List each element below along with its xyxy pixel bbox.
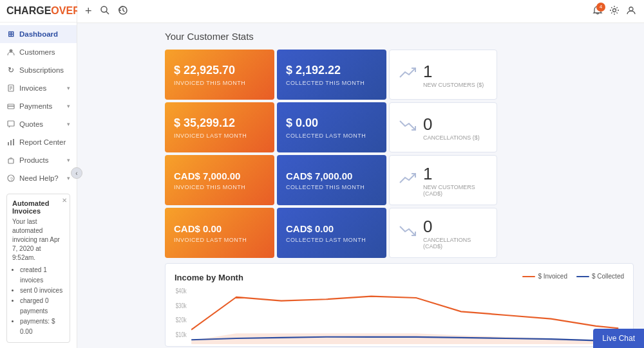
stats-row-4: CAD$ 0.00 INVOICED LAST MONTH CAD$ 0.00 … <box>165 208 386 258</box>
svg-rect-7 <box>8 121 14 126</box>
svg-text:$10k: $10k <box>176 331 187 338</box>
search-icon[interactable] <box>100 5 110 18</box>
trend-down-icon-1 <box>399 118 417 136</box>
invoiced-last-month-value: $ 35,299.12 <box>174 116 265 130</box>
logo-charge: CHARGE <box>6 5 51 16</box>
svg-line-15 <box>106 12 109 14</box>
cad-collected-last-month-label: COLLECTED LAST MONTH <box>286 237 377 243</box>
cad-collected-last-month-value: CAD$ 0.00 <box>286 223 377 234</box>
collected-this-month-label: COLLECTED THIS MONTH <box>286 80 377 86</box>
cad-collected-this-month-card: CAD$ 7,000.00 COLLECTED THIS MONTH <box>277 155 386 205</box>
svg-point-14 <box>101 6 107 12</box>
products-icon <box>6 156 15 165</box>
cad-invoiced-this-month-value: CAD$ 7,000.00 <box>174 170 265 181</box>
logo-over: OVER <box>51 5 80 16</box>
cancellations-cad-num: 0 <box>423 217 488 237</box>
add-button[interactable]: + <box>85 5 92 18</box>
cancellations-cad-box: 0 CANCELLATIONS (CAD$) <box>389 208 497 258</box>
cad-collected-this-month-label: COLLECTED THIS MONTH <box>286 184 377 190</box>
invoiced-this-month-value: $ 22,925.70 <box>174 64 265 77</box>
main-content: Your Customer Stats $ 22,925.70 INVOICED… <box>155 23 644 348</box>
cad-invoiced-last-month-label: INVOICED LAST MONTH <box>174 237 265 243</box>
new-customers-usd-box: 1 NEW CUSTOMERS ($) <box>389 50 497 100</box>
legend-collected-line <box>576 276 589 277</box>
legend-collected: $ Collected <box>576 273 624 280</box>
svg-rect-11 <box>8 159 14 163</box>
svg-point-17 <box>613 8 616 12</box>
cad-invoiced-this-month-card: CAD$ 7,000.00 INVOICED THIS MONTH <box>165 155 274 205</box>
sidebar-bottom: ✕ Automated Invoices Your last automated… <box>0 188 77 348</box>
sidebar-item-need-help[interactable]: ? Need Help? ▾ <box>0 169 77 187</box>
sidebar-item-payments[interactable]: Payments ▾ <box>0 97 77 115</box>
invoiced-last-month-label: INVOICED LAST MONTH <box>174 133 265 139</box>
cad-invoiced-this-month-label: INVOICED THIS MONTH <box>174 184 265 190</box>
quotes-caret: ▾ <box>67 121 70 127</box>
invoices-icon <box>6 84 15 93</box>
auto-invoices-item-1: created 1 invoices <box>20 265 64 286</box>
collapse-sidebar-handle[interactable]: ‹ <box>71 167 82 179</box>
svg-rect-8 <box>8 142 9 145</box>
svg-text:$20k: $20k <box>176 316 187 324</box>
trend-down-icon-2 <box>399 224 417 242</box>
report-center-icon <box>6 138 15 147</box>
sidebar-label-quotes: Quotes <box>19 120 43 128</box>
sidebar-label-subscriptions: Subscriptions <box>19 66 64 74</box>
payments-icon <box>6 102 15 111</box>
collected-this-month-value: $ 2,192.22 <box>286 64 377 77</box>
notifications-icon[interactable]: 4 <box>592 5 603 18</box>
collected-last-month-value: $ 0.00 <box>286 116 377 130</box>
new-customers-cad-box: 1 NEW CUSTOMERS (CAD$) <box>389 155 497 205</box>
stats-area: $ 22,925.70 INVOICED THIS MONTH $ 2,192.… <box>165 50 634 258</box>
cad-collected-last-month-card: CAD$ 0.00 COLLECTED LAST MONTH <box>277 208 386 258</box>
income-chart-area: Income by Month $ Invoiced $ Collected $… <box>165 263 634 347</box>
cad-invoiced-last-month-value: CAD$ 0.00 <box>174 223 265 234</box>
auto-invoices-item-3: charged 0 payments <box>20 296 64 316</box>
history-icon[interactable] <box>118 5 128 18</box>
legend-invoiced-label: $ Invoiced <box>538 273 567 280</box>
sidebar-item-subscriptions[interactable]: ↻ Subscriptions <box>0 61 77 79</box>
svg-rect-10 <box>13 139 14 145</box>
auto-invoices-close[interactable]: ✕ <box>62 197 67 204</box>
trend-up-icon-1 <box>399 66 417 84</box>
need-help-icon: ? <box>6 174 15 183</box>
side-stats: 1 NEW CUSTOMERS ($) 0 CANCELLATIONS ($) <box>389 50 497 258</box>
sidebar-label-products: Products <box>19 156 48 164</box>
sidebar-item-customers[interactable]: Customers <box>0 43 77 61</box>
dashboard-icon: ⊞ <box>6 30 15 39</box>
invoiced-this-month-card: $ 22,925.70 INVOICED THIS MONTH <box>165 50 274 100</box>
sidebar-item-report-center[interactable]: Report Center <box>0 133 77 151</box>
cad-invoiced-last-month-card: CAD$ 0.00 INVOICED LAST MONTH <box>165 208 274 258</box>
new-customers-cad-label: NEW CUSTOMERS (CAD$) <box>423 184 488 197</box>
invoiced-this-month-label: INVOICED THIS MONTH <box>174 80 265 86</box>
sidebar-label-dashboard: Dashboard <box>19 30 58 38</box>
stats-row-2: $ 35,299.12 INVOICED LAST MONTH $ 0.00 C… <box>165 102 386 152</box>
auto-invoices-item-2: sent 0 invoices <box>20 286 64 296</box>
live-chat-button[interactable]: Live Chat <box>593 329 644 348</box>
section-title: Your Customer Stats <box>165 31 634 42</box>
customers-icon <box>6 48 15 57</box>
invoices-caret: ▾ <box>67 85 70 91</box>
payments-caret: ▾ <box>67 103 70 109</box>
need-help-caret: ▾ <box>67 175 70 181</box>
logo: CHARGEOVER <box>0 0 77 23</box>
auto-invoices-box: ✕ Automated Invoices Your last automated… <box>6 194 70 343</box>
sidebar-item-quotes[interactable]: Quotes ▾ <box>0 115 77 133</box>
svg-text:$30k: $30k <box>176 302 187 309</box>
top-bar: + 4 <box>77 0 644 23</box>
settings-icon[interactable] <box>609 5 620 18</box>
svg-point-18 <box>629 7 633 11</box>
sidebar-item-invoices[interactable]: Invoices ▾ <box>0 79 77 97</box>
user-icon[interactable] <box>626 5 636 18</box>
svg-text:?: ? <box>10 176 14 182</box>
collected-last-month-label: COLLECTED LAST MONTH <box>286 133 377 139</box>
legend-invoiced: $ Invoiced <box>522 273 567 280</box>
stats-row-3: CAD$ 7,000.00 INVOICED THIS MONTH CAD$ 7… <box>165 155 386 205</box>
svg-rect-9 <box>10 140 12 145</box>
collected-this-month-card: $ 2,192.22 COLLECTED THIS MONTH <box>277 50 386 100</box>
auto-invoices-list: created 1 invoices sent 0 invoices charg… <box>12 265 64 337</box>
income-chart-svg: $40k $30k $20k $10k <box>175 286 624 344</box>
sidebar-item-products[interactable]: Products ▾ <box>0 151 77 169</box>
legend-collected-label: $ Collected <box>592 273 624 280</box>
top-bar-left: + <box>85 5 128 18</box>
sidebar-item-dashboard[interactable]: ⊞ Dashboard <box>0 25 77 43</box>
